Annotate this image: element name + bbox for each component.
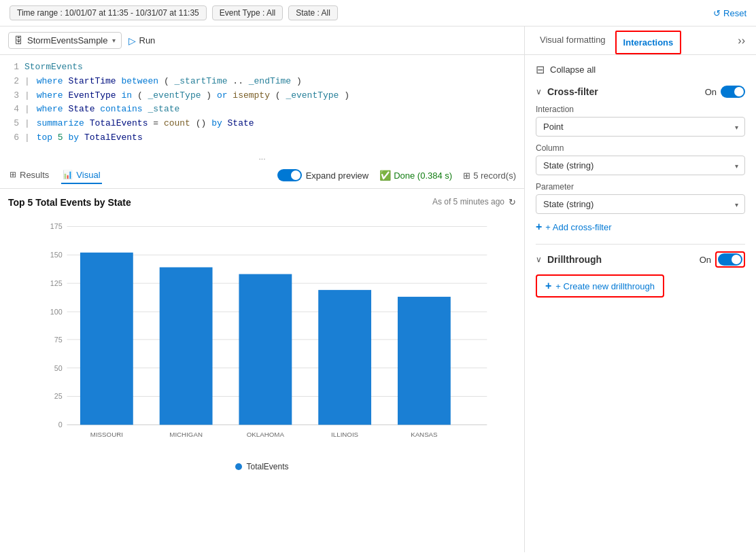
column-label: Column (536, 143, 745, 153)
chevron-down-icon: ▾ (112, 37, 116, 44)
collapse-all-button[interactable]: ⊟ Collapse all (536, 63, 596, 76)
drillthrough-toggle-knob (732, 255, 741, 264)
interaction-label: Interaction (536, 105, 745, 114)
add-crossfilter-button[interactable]: + + Add cross-filter (536, 221, 612, 233)
svg-text:125: 125 (50, 279, 63, 287)
records-badge: ⊞ 5 record(s) (463, 170, 516, 181)
chart-title: Top 5 Total Events by State (8, 197, 131, 208)
drillthrough-title: Drillthrough (547, 254, 694, 265)
tabs-row: ⊞ Results 📊 Visual Expand preview ✅ Done… (0, 163, 524, 189)
chart-icon: 📊 (63, 170, 73, 179)
svg-text:MICHIGAN: MICHIGAN (169, 431, 203, 438)
right-tabs: Visual formatting Interactions ›› (525, 26, 756, 55)
svg-rect-24 (398, 297, 451, 425)
tab-interactions[interactable]: Interactions (615, 31, 682, 54)
chart-svg: 175 150 125 100 75 (8, 213, 516, 458)
svg-rect-22 (318, 290, 371, 425)
bar-illinois[interactable]: ILLINOIS (318, 290, 371, 438)
code-line-5: 5 | summarize TotalEvents = count () by … (8, 117, 516, 131)
drillthrough-toggle: On (700, 251, 745, 268)
query-bar: 🗄 StormEventsSample ▾ ▷ Run (0, 26, 524, 55)
toggle-knob (291, 170, 300, 180)
code-line-3: 3 | where EventType in ( _eventType ) or… (8, 89, 516, 103)
svg-rect-18 (160, 267, 213, 425)
refresh-icon[interactable]: ↻ (509, 197, 516, 207)
column-select-wrap: State (string) ▾ (536, 156, 745, 175)
drillthrough-section-header: ∨ Drillthrough On (536, 251, 745, 268)
drillthrough-toggle-highlighted (715, 251, 745, 268)
code-line-2: 2 | where StartTime between ( _startTime… (8, 75, 516, 89)
parameter-label: Parameter (536, 182, 745, 192)
svg-text:0: 0 (58, 420, 63, 429)
tab-visual[interactable]: 📊 Visual (61, 167, 101, 184)
svg-text:OKLAHOMA: OKLAHOMA (247, 431, 285, 438)
code-editor[interactable]: 1 StormEvents 2 | where StartTime betwee… (0, 55, 524, 151)
bar-chart: 175 150 125 100 75 (8, 213, 516, 458)
plus-icon: + (536, 221, 542, 233)
undo-icon: ↺ (713, 8, 721, 18)
left-panel: 🗄 StormEventsSample ▾ ▷ Run 1 StormEvent… (0, 26, 525, 552)
editor-separator: ... (0, 151, 524, 163)
tab-visual-formatting[interactable]: Visual formatting (533, 26, 613, 54)
create-drillthrough-button[interactable]: + + Create new drillthrough (536, 274, 664, 298)
expand-toggle-switch[interactable] (277, 169, 302, 181)
crossfilter-toggle-switch[interactable] (721, 86, 745, 98)
drillthrough-toggle-switch[interactable] (718, 253, 742, 266)
chart-legend: TotalEvents (8, 462, 516, 471)
parameter-select[interactable]: State (string) (536, 194, 745, 214)
done-badge: ✅ Done (0.384 s) (379, 170, 452, 181)
section-divider (536, 244, 745, 245)
tab-results[interactable]: ⊞ Results (8, 167, 50, 184)
top-bar: Time range : 10/01/07 at 11:35 - 10/31/0… (0, 0, 756, 26)
svg-text:25: 25 (54, 392, 63, 400)
right-panel: Visual formatting Interactions ›› ⊟ Coll… (525, 26, 756, 552)
code-line-1: 1 StormEvents (8, 60, 516, 75)
svg-text:50: 50 (54, 363, 63, 372)
bar-michigan[interactable]: MICHIGAN (160, 267, 213, 437)
svg-text:175: 175 (50, 222, 63, 230)
crossfilter-title: Cross-filter (547, 86, 700, 97)
timerange-filter[interactable]: Time range : 10/01/07 at 11:35 - 10/31/0… (10, 5, 207, 20)
code-line-4: 4 | where State contains _state (8, 103, 516, 117)
bar-kansas[interactable]: KANSAS (398, 297, 451, 438)
svg-rect-20 (239, 274, 292, 425)
interaction-select-wrap: Point ▾ (536, 117, 745, 137)
svg-text:150: 150 (50, 251, 63, 259)
crossfilter-toggle: On (705, 86, 745, 98)
plus-drillthrough-icon: + (545, 280, 551, 292)
right-body: ⊟ Collapse all ∨ Cross-filter On Interac… (525, 55, 756, 552)
expand-preview-toggle: Expand preview (277, 169, 369, 181)
state-filter[interactable]: State : All (288, 5, 338, 20)
svg-text:KANSAS: KANSAS (411, 431, 438, 438)
toggle-on-knob (734, 87, 744, 96)
filter-pills: Time range : 10/01/07 at 11:35 - 10/31/0… (10, 5, 706, 20)
reset-button[interactable]: ↺ Reset (713, 8, 746, 18)
bar-missouri[interactable]: MISSOURI (80, 253, 133, 438)
run-button[interactable]: ▷ Run (128, 35, 156, 46)
svg-text:ILLINOIS: ILLINOIS (331, 431, 358, 438)
chart-meta: As of 5 minutes ago ↻ (432, 197, 516, 207)
play-icon: ▷ (128, 35, 136, 46)
code-line-6: 6 | top 5 by TotalEvents (8, 131, 516, 145)
parameter-select-wrap: State (string) ▾ (536, 194, 745, 214)
bar-oklahoma[interactable]: OKLAHOMA (239, 274, 292, 437)
table-small-icon: ⊞ (463, 170, 470, 181)
column-select[interactable]: State (string) (536, 156, 745, 175)
eventtype-filter[interactable]: Event Type : All (212, 5, 284, 20)
check-icon: ✅ (379, 170, 391, 181)
legend-label: TotalEvents (246, 462, 288, 471)
svg-rect-16 (80, 253, 133, 425)
svg-text:100: 100 (50, 308, 63, 316)
svg-text:75: 75 (54, 336, 63, 344)
drillthrough-chevron-icon[interactable]: ∨ (536, 255, 542, 264)
database-selector[interactable]: 🗄 StormEventsSample ▾ (8, 32, 122, 49)
collapse-icon: ⊟ (536, 63, 545, 76)
database-icon: 🗄 (14, 35, 23, 46)
crossfilter-chevron-icon[interactable]: ∨ (536, 87, 542, 96)
interaction-select[interactable]: Point (536, 117, 745, 137)
legend-dot (235, 463, 242, 470)
chart-area: Top 5 Total Events by State As of 5 minu… (0, 189, 524, 552)
more-icon[interactable]: ›› (735, 28, 748, 54)
chart-header: Top 5 Total Events by State As of 5 minu… (8, 197, 516, 208)
svg-text:MISSOURI: MISSOURI (90, 431, 123, 438)
